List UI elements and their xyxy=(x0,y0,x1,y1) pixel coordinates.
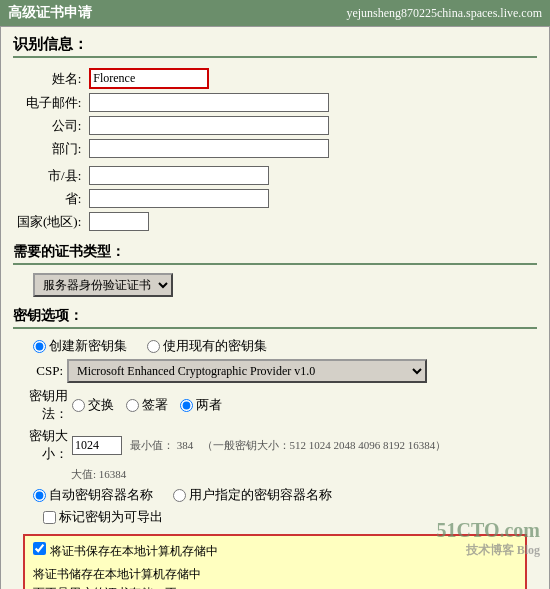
sign-radio[interactable] xyxy=(126,399,139,412)
city-input[interactable] xyxy=(89,166,269,185)
max-row: 大值: 16384 xyxy=(71,467,537,482)
max-value: 16384 xyxy=(99,468,127,480)
create-new-radio[interactable] xyxy=(33,340,46,353)
company-input-cell xyxy=(85,114,537,137)
dept-label: 部门: xyxy=(13,137,85,160)
exportable-checkbox-row: 标记密钥为可导出 xyxy=(43,508,537,526)
both-label[interactable]: 两者 xyxy=(180,396,222,414)
name-input-cell xyxy=(85,66,537,91)
key-options-section-title: 密钥选项： xyxy=(13,307,537,329)
csp-label: CSP: xyxy=(13,363,63,379)
exportable-label[interactable]: 标记密钥为可导出 xyxy=(43,508,163,526)
sign-text: 签署 xyxy=(142,396,168,414)
cert-type-row: 服务器身份验证证书 xyxy=(33,273,537,297)
key-method-label: 密钥用法： xyxy=(13,387,68,423)
page-title: 高级证书申请 xyxy=(8,4,92,22)
exchange-text: 交换 xyxy=(88,396,114,414)
store-cert-checkbox[interactable] xyxy=(33,542,46,555)
country-input-cell xyxy=(85,210,537,233)
sign-label[interactable]: 签署 xyxy=(126,396,168,414)
key-size-row: 密钥大小： 最小值： 384 （一般密钥大小：512 1024 2048 409… xyxy=(13,427,537,463)
key-size-input[interactable] xyxy=(72,436,122,455)
exchange-label[interactable]: 交换 xyxy=(72,396,114,414)
identity-section-title: 识别信息： xyxy=(13,35,537,58)
page-wrapper: 高级证书申请 yejunsheng870225china.spaces.live… xyxy=(0,0,550,589)
max-label: 大值: xyxy=(71,468,96,480)
country-input[interactable] xyxy=(89,212,149,231)
exportable-checkbox[interactable] xyxy=(43,511,56,524)
company-label: 公司: xyxy=(13,114,85,137)
store-cert-checkbox-label: 将证书保存在本地计算机存储中 xyxy=(50,542,218,561)
store-cert-box: 将证书保存在本地计算机存储中 将证书储存在本地计算机存储中而不是用户的证书存储。… xyxy=(23,534,527,589)
company-input[interactable] xyxy=(89,116,329,135)
min-label: 最小值： xyxy=(130,439,174,451)
store-cert-body: 将证书储存在本地计算机存储中而不是用户的证书存储。不安装质，CA 的证书。您必须… xyxy=(33,565,517,589)
both-text: 两者 xyxy=(196,396,222,414)
key-method-row: 密钥用法： 交换 签署 两者 xyxy=(13,387,537,423)
province-input-cell xyxy=(85,187,537,210)
cert-type-select[interactable]: 服务器身份验证证书 xyxy=(33,273,173,297)
city-input-cell xyxy=(85,164,537,187)
header-bar: 高级证书申请 yejunsheng870225china.spaces.live… xyxy=(0,0,550,26)
email-input[interactable] xyxy=(89,93,329,112)
exchange-radio[interactable] xyxy=(72,399,85,412)
auto-name-label[interactable]: 自动密钥容器名称 xyxy=(33,486,153,504)
create-new-text: 创建新密钥集 xyxy=(49,337,127,355)
use-existing-radio[interactable] xyxy=(147,340,160,353)
store-cert-header: 将证书保存在本地计算机存储中 xyxy=(33,542,517,561)
province-label: 省: xyxy=(13,187,85,210)
email-label: 电子邮件: xyxy=(13,91,85,114)
user-name-label[interactable]: 用户指定的密钥容器名称 xyxy=(173,486,332,504)
main-content: 识别信息： 姓名: 电子邮件: 公司: 部门: xyxy=(0,26,550,589)
use-existing-text: 使用现有的密钥集 xyxy=(163,337,267,355)
user-name-radio[interactable] xyxy=(173,489,186,502)
key-name-radio-row: 自动密钥容器名称 用户指定的密钥容器名称 xyxy=(33,486,537,504)
dept-input-cell xyxy=(85,137,537,160)
key-size-label: 密钥大小： xyxy=(13,427,68,463)
use-existing-label[interactable]: 使用现有的密钥集 xyxy=(147,337,267,355)
user-name-text: 用户指定的密钥容器名称 xyxy=(189,486,332,504)
both-radio[interactable] xyxy=(180,399,193,412)
identity-form-table: 姓名: 电子邮件: 公司: 部门: xyxy=(13,66,537,233)
common-sizes: （一般密钥大小：512 1024 2048 4096 8192 16384） xyxy=(202,439,447,451)
country-label: 国家(地区): xyxy=(13,210,85,233)
name-label: 姓名: xyxy=(13,66,85,91)
create-new-label[interactable]: 创建新密钥集 xyxy=(33,337,127,355)
key-size-minmax-inline: 最小值： 384 （一般密钥大小：512 1024 2048 4096 8192… xyxy=(130,438,446,453)
auto-name-radio[interactable] xyxy=(33,489,46,502)
name-input[interactable] xyxy=(89,68,209,89)
auto-name-text: 自动密钥容器名称 xyxy=(49,486,153,504)
city-label: 市/县: xyxy=(13,164,85,187)
exportable-text: 标记密钥为可导出 xyxy=(59,508,163,526)
email-input-cell xyxy=(85,91,537,114)
key-set-radio-row: 创建新密钥集 使用现有的密钥集 xyxy=(33,337,537,355)
header-url: yejunsheng870225china.spaces.live.com xyxy=(346,6,542,21)
csp-row: CSP: Microsoft Enhanced Cryptographic Pr… xyxy=(13,359,537,383)
province-input[interactable] xyxy=(89,189,269,208)
csp-select[interactable]: Microsoft Enhanced Cryptographic Provide… xyxy=(67,359,427,383)
cert-type-section-title: 需要的证书类型： xyxy=(13,243,537,265)
dept-input[interactable] xyxy=(89,139,329,158)
min-value: 384 xyxy=(177,439,194,451)
